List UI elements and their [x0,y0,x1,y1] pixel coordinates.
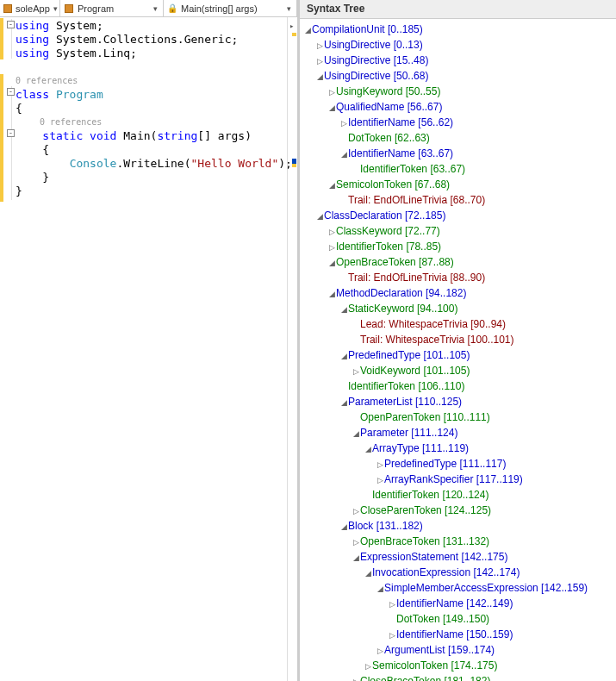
fold-toggle[interactable]: - [7,88,15,96]
fold-toggle[interactable]: - [7,129,15,137]
tree-node[interactable]: PredefinedType [111..117) [384,458,506,470]
expand-toggle[interactable]: ◢ [303,23,312,38]
navigation-bar: soleApp ▾ Program ▾ 🔒 Main(string[] args… [0,0,297,17]
tree-node[interactable]: OpenBraceToken [87..88) [336,256,454,268]
tree-node[interactable]: IdentifierName [63..67) [348,147,453,159]
tree-node[interactable]: UsingDirective [15..48) [324,54,428,66]
tree-node[interactable]: UsingKeyword [50..55) [336,85,440,97]
tree-node[interactable]: IdentifierName [56..62) [348,116,453,128]
tree-node[interactable]: SemicolonToken [174..175) [372,659,497,672]
syntax-tree[interactable]: ◢CompilationUnit [0..185) ▷UsingDirectiv… [300,19,616,681]
expand-toggle[interactable]: ▷ [352,504,360,519]
syntax-tree-pane: Syntax Tree ◢CompilationUnit [0..185) ▷U… [300,0,616,681]
expand-toggle[interactable]: ▷ [352,675,360,681]
tree-node[interactable]: OpenBraceToken [131..132) [360,535,489,547]
expand-toggle[interactable]: ◢ [364,442,372,457]
expand-toggle[interactable]: ▷ [388,597,396,612]
expand-toggle[interactable]: ▷ [352,535,360,550]
tree-node[interactable]: IdentifierToken [63..67) [360,163,465,175]
expand-toggle[interactable]: ◢ [327,287,336,302]
ruler-mark [292,33,296,36]
expand-toggle[interactable]: ◢ [364,566,372,581]
tree-node[interactable]: SimpleMemberAccessExpression [142..159) [384,582,588,594]
project-icon [3,3,12,14]
expand-toggle[interactable]: ▷ [327,85,336,100]
method-icon: 🔒 [167,3,177,14]
tree-node[interactable]: Trail: EndOfLineTrivia [88..90) [348,272,485,284]
tree-node[interactable]: Parameter [111..124) [360,427,457,439]
split-icon[interactable]: ▸ [289,19,294,33]
expand-toggle[interactable]: ◢ [327,101,336,116]
code-editor[interactable]: - - - using System; using System.Collect… [0,17,297,681]
expand-toggle[interactable]: ◢ [327,256,336,271]
expand-toggle[interactable]: ◢ [339,303,348,317]
expand-toggle[interactable]: ◢ [339,396,348,410]
tree-node[interactable]: InvocationExpression [142..174) [372,566,520,578]
editor-overview-ruler[interactable]: ▸ [287,17,297,681]
expand-toggle[interactable]: ◢ [339,147,348,162]
expand-toggle[interactable]: ◢ [315,209,324,224]
expand-toggle[interactable]: ▷ [327,241,336,255]
tree-node[interactable]: IdentifierToken [106..110) [348,380,464,392]
nav-project-label: soleApp [16,3,50,14]
nav-member-dropdown[interactable]: 🔒 Main(string[] args) ▾ [164,0,297,16]
expand-toggle[interactable]: ▷ [364,659,372,674]
code-editor-pane: soleApp ▾ Program ▾ 🔒 Main(string[] args… [0,0,300,681]
expand-toggle[interactable]: ▷ [376,644,384,659]
tree-node[interactable]: IdentifierName [142..149) [396,597,513,609]
tree-node[interactable]: CompilationUnit [0..185) [312,23,423,35]
expand-toggle[interactable]: ◢ [352,427,360,441]
tree-node[interactable]: Trail: EndOfLineTrivia [68..70) [348,194,485,206]
tree-node[interactable]: VoidKeyword [101..105) [360,365,470,377]
tree-node[interactable]: DotToken [149..150) [396,613,489,625]
tree-node[interactable]: ClassKeyword [72..77) [336,225,440,237]
tree-node[interactable]: Trail: WhitespaceTrivia [100..101) [360,334,514,346]
tree-node[interactable]: CloseBraceToken [181..182) [360,675,490,681]
tree-node[interactable]: IdentifierName [150..159) [396,628,513,640]
tree-node[interactable]: ClassDeclaration [72..185) [324,209,445,222]
tree-node[interactable]: OpenParenToken [110..111) [360,411,490,423]
codelens-references[interactable]: 0 references [16,74,292,88]
tree-node[interactable]: UsingDirective [50..68) [324,70,428,82]
expand-toggle[interactable]: ▷ [315,54,324,69]
change-marker [0,74,3,202]
expand-toggle[interactable]: ◢ [327,178,336,193]
expand-toggle[interactable]: ▷ [388,628,396,643]
tree-node[interactable]: UsingDirective [0..13) [324,39,423,51]
chevron-down-icon: ▾ [53,4,58,13]
expand-toggle[interactable]: ◢ [376,582,384,597]
tree-node[interactable]: DotToken [62..63) [348,132,430,144]
tree-node[interactable]: ParameterList [110..125) [348,396,462,408]
tree-node[interactable]: Block [131..182) [348,520,423,532]
tree-node[interactable]: CloseParenToken [124..125) [360,504,491,516]
codelens-references[interactable]: 0 references [16,116,292,129]
expand-toggle[interactable]: ◢ [339,520,348,534]
tree-node[interactable]: ArrayRankSpecifier [117..119) [384,473,523,485]
tree-node[interactable]: ArrayType [111..119) [372,442,469,454]
expand-toggle[interactable]: ◢ [339,349,348,364]
fold-toggle[interactable]: - [7,21,15,28]
nav-class-label: Program [78,3,114,14]
expand-toggle[interactable]: ▷ [376,473,384,488]
nav-project-dropdown[interactable]: soleApp ▾ [0,0,60,16]
expand-toggle[interactable]: ▷ [376,458,384,472]
expand-toggle[interactable]: ▷ [339,116,348,131]
tree-node[interactable]: IdentifierToken [78..85) [336,241,441,253]
tree-node[interactable]: PredefinedType [101..105) [348,349,470,361]
nav-class-dropdown[interactable]: Program ▾ [60,0,164,16]
tree-node[interactable]: IdentifierToken [120..124) [372,489,488,501]
expand-toggle[interactable]: ▷ [327,225,336,240]
tree-node[interactable]: Lead: WhitespaceTrivia [90..94) [360,318,506,330]
tree-node[interactable]: MethodDeclaration [94..182) [336,287,466,299]
tree-node[interactable]: SemicolonToken [67..68) [336,178,450,191]
tree-node[interactable]: StaticKeyword [94..100) [348,303,457,315]
expand-toggle[interactable]: ▷ [352,365,360,379]
expand-toggle[interactable]: ◢ [315,70,324,84]
code-content[interactable]: using System; using System.Collections.G… [16,19,292,198]
expand-toggle[interactable]: ▷ [315,39,324,53]
tree-node[interactable]: ExpressionStatement [142..175) [360,551,507,563]
tree-node[interactable]: QualifiedName [56..67) [336,101,442,113]
nav-member-label: Main(string[] args) [181,3,258,14]
tree-node[interactable]: ArgumentList [159..174) [384,644,495,656]
expand-toggle[interactable]: ◢ [352,551,360,565]
